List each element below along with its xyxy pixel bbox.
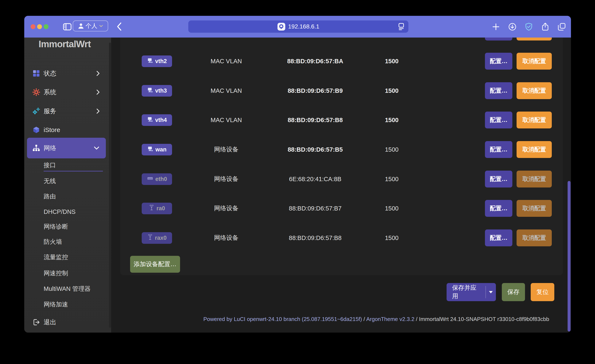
chevron-down-icon bbox=[99, 25, 103, 27]
chevron-right-icon bbox=[96, 71, 100, 76]
device-row-vth4: vth4MAC VLAN88:BD:09:D6:57:B81500配置…取消配置 bbox=[120, 105, 563, 135]
back-button[interactable] bbox=[114, 21, 124, 32]
unconfigure-button[interactable]: 取消配置 bbox=[517, 229, 552, 246]
browser-toolbar: 个人 192.168.6.1 bbox=[24, 16, 571, 37]
device-type: 网络设备 bbox=[201, 223, 252, 253]
configure-button[interactable]: 配置… bbox=[485, 229, 512, 246]
unconfigure-button[interactable]: 取消配置 bbox=[517, 200, 552, 217]
sidebar-subitem-路由[interactable]: 路由 bbox=[44, 191, 107, 202]
device-mtu: 1500 bbox=[367, 76, 417, 106]
caret-down-icon bbox=[489, 291, 493, 293]
device-badge: vth3 bbox=[142, 85, 172, 97]
firmware-version-text: ImmortalWrt 24.10-SNAPSHOT r33010-c8f9b0… bbox=[419, 316, 549, 322]
dashboard-icon bbox=[32, 69, 40, 77]
unconfigure-button[interactable]: 取消配置 bbox=[517, 112, 552, 128]
device-mtu: 1500 bbox=[367, 46, 417, 76]
sidebar-subitem-接口[interactable]: 接口 bbox=[44, 160, 103, 171]
device-type: MAC VLAN bbox=[201, 46, 252, 76]
new-tab-button[interactable] bbox=[491, 22, 501, 32]
logout-icon bbox=[32, 318, 40, 326]
save-button[interactable]: 保存 bbox=[502, 283, 525, 301]
add-device-config-button[interactable]: 添加设备配置… bbox=[130, 256, 180, 273]
sidebar-subitem-网络加速[interactable]: 网络加速 bbox=[44, 299, 107, 310]
device-row-eth0: eth0网络设备6E:68:20:41:CA:8B1500配置…取消配置 bbox=[120, 164, 563, 194]
unconfigure-button-clipped[interactable] bbox=[517, 37, 552, 41]
configure-button[interactable]: 配置… bbox=[485, 171, 512, 187]
save-apply-dropdown[interactable] bbox=[486, 291, 496, 293]
unconfigure-button[interactable]: 取消配置 bbox=[517, 141, 552, 158]
unconfigure-button[interactable]: 取消配置 bbox=[517, 82, 552, 99]
share-button[interactable] bbox=[540, 22, 550, 32]
sidebar-item-label: 服务 bbox=[44, 107, 56, 115]
tabs-icon bbox=[558, 23, 566, 31]
profile-menu-button[interactable]: 个人 bbox=[73, 21, 108, 31]
profile-label: 个人 bbox=[85, 22, 97, 30]
sidebar-item-系统[interactable]: 系统 bbox=[24, 85, 109, 100]
argon-theme-link[interactable]: ArgonTheme v2.3.2 bbox=[366, 316, 414, 322]
device-badge: ra0 bbox=[142, 203, 172, 214]
page-format-button[interactable] bbox=[398, 23, 405, 32]
sidebar-subitem-网速控制[interactable]: 网速控制 bbox=[44, 267, 107, 279]
device-name: vth4 bbox=[155, 117, 167, 123]
device-badge: vth4 bbox=[142, 114, 172, 126]
device-badge: eth0 bbox=[142, 173, 172, 185]
adguard-extension-button[interactable] bbox=[524, 22, 534, 32]
sidebar-toggle-button[interactable] bbox=[62, 22, 72, 32]
device-row-ra0: ra0网络设备88:BD:09:D6:57:B71500配置…取消配置 bbox=[120, 194, 563, 223]
zoom-window-button[interactable] bbox=[44, 24, 49, 29]
device-type: 网络设备 bbox=[201, 135, 252, 164]
sidebar-subitem-无线[interactable]: 无线 bbox=[44, 175, 107, 187]
configure-button[interactable]: 配置… bbox=[485, 82, 512, 99]
device-name: vth2 bbox=[155, 58, 167, 64]
downloads-button[interactable] bbox=[507, 22, 517, 32]
sidebar-item-label: 系统 bbox=[44, 88, 56, 97]
configure-button[interactable]: 配置… bbox=[485, 112, 512, 128]
page-scrollbar[interactable] bbox=[567, 181, 571, 332]
configure-button[interactable]: 配置… bbox=[485, 141, 512, 158]
save-and-apply-label: 保存并应用 bbox=[446, 284, 486, 300]
sidebar-item-状态[interactable]: 状态 bbox=[24, 66, 109, 81]
sidebar-item-logout[interactable]: 退出 bbox=[24, 315, 109, 330]
chevron-right-icon bbox=[96, 89, 100, 95]
sidebar-item-网络[interactable]: 网络 bbox=[27, 138, 106, 158]
luci-link[interactable]: Powered by LuCI openwrt-24.10 branch (25… bbox=[203, 316, 362, 322]
device-type: MAC VLAN bbox=[201, 76, 252, 106]
person-icon bbox=[78, 23, 84, 29]
switch-icon bbox=[147, 175, 154, 183]
configure-button[interactable]: 配置… bbox=[485, 200, 512, 217]
device-mac: 6E:68:20:41:CA:8B bbox=[269, 164, 361, 194]
sidebar-subitem-网络诊断[interactable]: 网络诊断 bbox=[44, 221, 107, 233]
address-bar[interactable]: 192.168.6.1 bbox=[188, 21, 408, 33]
reset-button[interactable]: 复位 bbox=[531, 283, 554, 301]
tab-overview-button[interactable] bbox=[557, 22, 567, 32]
sidebar-item-iStore[interactable]: iStore bbox=[24, 122, 109, 137]
device-badge: wan bbox=[142, 144, 172, 155]
unconfigure-button[interactable]: 取消配置 bbox=[517, 171, 552, 187]
device-name: eth0 bbox=[156, 176, 167, 182]
device-mtu: 1500 bbox=[367, 105, 417, 135]
sidebar-subitem-MultiWAN 管理器[interactable]: MultiWAN 管理器 bbox=[44, 283, 107, 295]
device-mac: 88:BD:09:D6:57:B9 bbox=[269, 76, 361, 106]
close-window-button[interactable] bbox=[31, 24, 35, 29]
device-mac: 88:BD:09:D6:57:B5 bbox=[269, 135, 361, 164]
unconfigure-button[interactable]: 取消配置 bbox=[517, 53, 552, 70]
antenna-icon bbox=[147, 234, 153, 242]
workstation-icon bbox=[147, 57, 153, 65]
minimize-window-button[interactable] bbox=[37, 24, 42, 29]
footer-separator-2: / bbox=[414, 316, 419, 322]
sidebar-toggle-icon bbox=[63, 23, 71, 30]
footer: Powered by LuCI openwrt-24.10 branch (25… bbox=[111, 316, 571, 322]
sidebar-subitem-防火墙[interactable]: 防火墙 bbox=[44, 236, 107, 248]
sidebar-item-服务[interactable]: 服务 bbox=[24, 104, 109, 119]
sidebar-subitem-流量监控[interactable]: 流量监控 bbox=[44, 251, 107, 263]
configure-button[interactable]: 配置… bbox=[485, 53, 512, 70]
save-and-apply-button[interactable]: 保存并应用 bbox=[446, 283, 496, 301]
sidebar-scrollbar[interactable] bbox=[109, 43, 111, 328]
device-badge: rax0 bbox=[142, 232, 172, 244]
back-chevron-icon bbox=[117, 22, 121, 31]
device-row-vth3: vth3MAC VLAN88:BD:09:D6:57:B91500配置…取消配置 bbox=[120, 76, 563, 106]
gear-icon bbox=[32, 88, 40, 96]
configure-button-clipped[interactable] bbox=[485, 37, 512, 41]
sidebar-subitem-DHCP/DNS[interactable]: DHCP/DNS bbox=[44, 206, 107, 218]
antenna-icon bbox=[149, 205, 155, 212]
